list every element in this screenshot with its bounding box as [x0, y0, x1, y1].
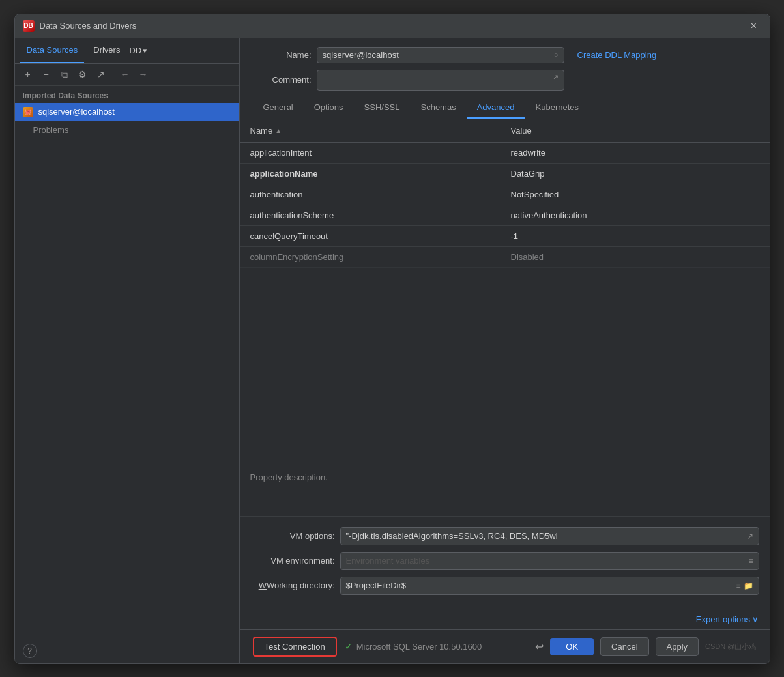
problems-item: Problems [15, 121, 239, 139]
table-row[interactable]: columnEncryptionSetting Disabled [240, 247, 770, 268]
name-input[interactable]: sqlserver@localhost ○ [317, 47, 564, 63]
cell-value: NotSpecified [501, 184, 770, 205]
table-row[interactable]: applicationIntent readwrite [240, 143, 770, 164]
check-icon: ✓ [345, 641, 353, 652]
copy-button[interactable]: ⧉ [57, 66, 72, 82]
dialog-footer: Test Connection ✓ Microsoft SQL Server 1… [240, 629, 770, 663]
tab-options[interactable]: Options [304, 97, 354, 119]
create-ddl-link[interactable]: Create DDL Mapping [577, 50, 657, 60]
expand-icon[interactable]: ↗ [747, 532, 753, 541]
table-row[interactable]: authentication NotSpecified [240, 184, 770, 205]
cell-value: readwrite [501, 143, 770, 163]
tab-data-sources[interactable]: Data Sources [20, 37, 85, 63]
comment-row: Comment: ↗ [253, 70, 757, 91]
back-button[interactable]: ← [117, 66, 133, 82]
cell-value: DataGrip [501, 164, 770, 184]
working-dir-label-rest: Working directory: [267, 581, 335, 590]
list-icon[interactable]: ≡ [748, 556, 753, 566]
close-button[interactable]: × [746, 18, 762, 34]
bottom-help: ? [15, 639, 239, 663]
source-icon: 🐙 [23, 107, 33, 117]
cell-name: authenticationScheme [240, 205, 501, 225]
vm-options-input[interactable]: "-Djdk.tls.disabledAlgorithms=SSLv3, RC4… [340, 527, 759, 545]
name-row: Name: sqlserver@localhost ○ Create DDL M… [253, 47, 757, 63]
help-button[interactable]: ? [23, 644, 37, 658]
left-panel: Data Sources Drivers DD ▾ + − ⧉ ⚙ ↗ ← → … [15, 38, 240, 663]
remove-button[interactable]: − [38, 66, 54, 82]
col-value-header: Value [501, 123, 770, 138]
cell-name: applicationIntent [240, 143, 501, 163]
vm-section: VM options: "-Djdk.tls.disabledAlgorithm… [240, 517, 770, 612]
name-label: Name: [253, 50, 312, 60]
dialog-content: Data Sources Drivers DD ▾ + − ⧉ ⚙ ↗ ← → … [15, 38, 770, 663]
tab-advanced[interactable]: Advanced [467, 97, 525, 119]
sort-icon[interactable]: ▲ [275, 127, 282, 134]
comment-input[interactable]: ↗ [317, 70, 564, 91]
advanced-table: Name ▲ Value applicationIntent readwrite… [240, 119, 770, 465]
section-imported: Imported Data Sources [15, 86, 239, 103]
title-bar: DB Data Sources and Drivers × [15, 14, 770, 38]
list-icon2[interactable]: ≡ [736, 581, 740, 590]
toolbar-divider [113, 69, 113, 79]
comment-label: Comment: [253, 75, 312, 85]
connection-status: ✓ Microsoft SQL Server 10.50.1600 [345, 641, 482, 652]
tab-drivers[interactable]: Drivers [87, 37, 126, 63]
vm-env-label: VM environment: [250, 556, 335, 566]
main-content: Name ▲ Value applicationIntent readwrite… [240, 119, 770, 629]
tab-dd[interactable]: DD ▾ [129, 46, 147, 55]
expert-options: Expert options ∨ [240, 612, 770, 629]
working-dir-row: WWorking directory: $ProjectFileDir$ ≡ 📁 [250, 577, 759, 595]
add-button[interactable]: + [20, 66, 36, 82]
tab-kubernetes[interactable]: Kubernetes [525, 97, 590, 119]
test-connection-button[interactable]: Test Connection [253, 637, 337, 657]
table-row[interactable]: cancelQueryTimeout -1 [240, 226, 770, 247]
config-tabs: General Options SSH/SSL Schemas Advanced… [253, 97, 757, 119]
property-description: Property description. [240, 465, 770, 517]
table-row[interactable]: applicationName DataGrip [240, 164, 770, 184]
cell-name: cancelQueryTimeout [240, 226, 501, 246]
tab-general[interactable]: General [253, 97, 304, 119]
cell-name: columnEncryptionSetting [240, 247, 501, 267]
dialog-datasources: DB Data Sources and Drivers × Data Sourc… [14, 14, 770, 664]
cell-value: nativeAuthentication [501, 205, 770, 225]
forward-button[interactable]: → [136, 66, 151, 82]
table-row[interactable]: authenticationScheme nativeAuthenticatio… [240, 205, 770, 226]
tab-schemas[interactable]: Schemas [410, 97, 466, 119]
cancel-button[interactable]: Cancel [600, 637, 648, 656]
right-header: Name: sqlserver@localhost ○ Create DDL M… [240, 38, 770, 119]
vm-env-placeholder: Environment variables [346, 556, 430, 566]
vm-env-input[interactable]: Environment variables ≡ [340, 552, 759, 570]
apply-button[interactable]: Apply [656, 637, 699, 656]
left-tabs: Data Sources Drivers DD ▾ [15, 38, 239, 64]
right-panel: Name: sqlserver@localhost ○ Create DDL M… [240, 38, 770, 663]
comment-expand-icon[interactable]: ↗ [553, 73, 559, 81]
vm-env-row: VM environment: Environment variables ≡ [250, 552, 759, 570]
folder-icon[interactable]: 📁 [744, 581, 753, 590]
undo-icon[interactable]: ↩ [535, 641, 544, 653]
working-dir-value: $ProjectFileDir$ [346, 581, 406, 590]
source-name: sqlserver@localhost [38, 107, 115, 117]
vm-options-value: "-Djdk.tls.disabledAlgorithms=SSLv3, RC4… [346, 531, 558, 541]
col-name-header: Name ▲ [240, 123, 501, 138]
tab-sshssl[interactable]: SSH/SSL [354, 97, 411, 119]
working-dir-label: WWorking directory: [250, 581, 335, 590]
left-toolbar: + − ⧉ ⚙ ↗ ← → [15, 64, 239, 86]
dialog-title: Data Sources and Drivers [40, 21, 741, 31]
app-icon: DB [23, 20, 35, 32]
name-expand-icon[interactable]: ○ [554, 51, 559, 59]
vm-options-label: VM options: [250, 531, 335, 541]
export-button[interactable]: ↗ [93, 66, 109, 82]
settings-button[interactable]: ⚙ [75, 66, 91, 82]
table-header: Name ▲ Value [240, 119, 770, 143]
cell-name: authentication [240, 184, 501, 205]
footer-right: ↩ OK Cancel Apply CSDN @山小鸡 [535, 637, 756, 656]
name-value: sqlserver@localhost [323, 50, 551, 60]
source-item-sqlserver[interactable]: 🐙 sqlserver@localhost [15, 103, 239, 121]
ok-button[interactable]: OK [550, 638, 594, 655]
conn-status-text: Microsoft SQL Server 10.50.1600 [356, 642, 482, 652]
cell-value: Disabled [501, 247, 770, 267]
vm-options-row: VM options: "-Djdk.tls.disabledAlgorithm… [250, 527, 759, 545]
expert-options-link[interactable]: Expert options ∨ [696, 614, 759, 624]
cell-name: applicationName [240, 164, 501, 184]
working-dir-input[interactable]: $ProjectFileDir$ ≡ 📁 [340, 577, 759, 595]
